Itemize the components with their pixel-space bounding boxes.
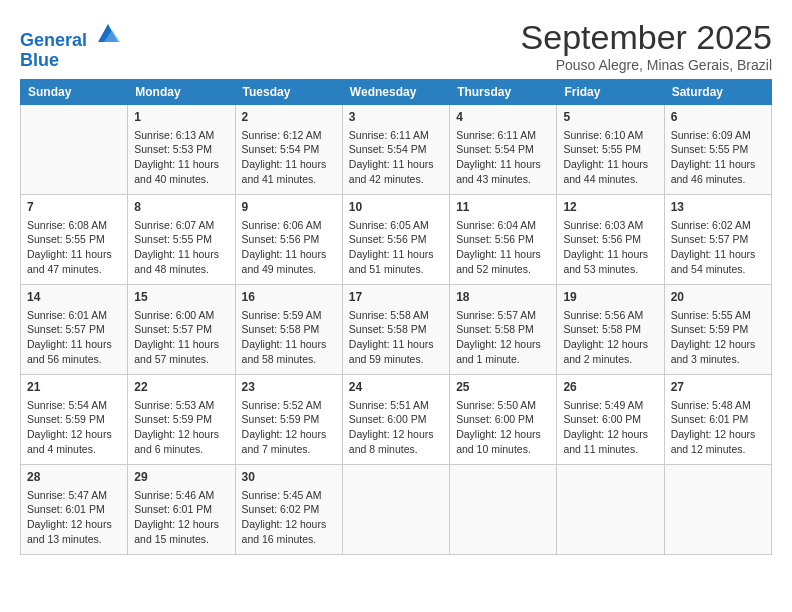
day-info-line: Daylight: 11 hours	[456, 157, 550, 172]
calendar-cell: 7Sunrise: 6:08 AMSunset: 5:55 PMDaylight…	[21, 195, 128, 285]
day-info-line: Sunrise: 6:05 AM	[349, 218, 443, 233]
day-info-line: and 49 minutes.	[242, 262, 336, 277]
day-info-line: and 6 minutes.	[134, 442, 228, 457]
day-info-line: Daylight: 12 hours	[27, 427, 121, 442]
day-info-line: Sunrise: 6:12 AM	[242, 128, 336, 143]
day-info-line: Sunrise: 6:07 AM	[134, 218, 228, 233]
calendar-cell: 28Sunrise: 5:47 AMSunset: 6:01 PMDayligh…	[21, 465, 128, 555]
day-info-line: and 57 minutes.	[134, 352, 228, 367]
day-info-line: and 46 minutes.	[671, 172, 765, 187]
day-info-line: Sunset: 5:54 PM	[349, 142, 443, 157]
day-info-line: Daylight: 12 hours	[671, 427, 765, 442]
day-info-line: and 2 minutes.	[563, 352, 657, 367]
day-info-line: and 54 minutes.	[671, 262, 765, 277]
day-info-line: and 51 minutes.	[349, 262, 443, 277]
calendar-cell	[557, 465, 664, 555]
calendar-cell: 29Sunrise: 5:46 AMSunset: 6:01 PMDayligh…	[128, 465, 235, 555]
day-info-line: Sunrise: 5:53 AM	[134, 398, 228, 413]
day-info-line: Sunset: 5:56 PM	[242, 232, 336, 247]
day-info-line: Sunrise: 6:00 AM	[134, 308, 228, 323]
day-info-line: Sunset: 5:59 PM	[134, 412, 228, 427]
day-number: 7	[27, 199, 121, 216]
day-number: 16	[242, 289, 336, 306]
day-info-line: Sunrise: 5:45 AM	[242, 488, 336, 503]
day-number: 24	[349, 379, 443, 396]
day-info-line: and 43 minutes.	[456, 172, 550, 187]
day-number: 2	[242, 109, 336, 126]
day-number: 23	[242, 379, 336, 396]
day-number: 1	[134, 109, 228, 126]
day-info-line: and 56 minutes.	[27, 352, 121, 367]
day-info-line: Daylight: 11 hours	[563, 247, 657, 262]
day-number: 26	[563, 379, 657, 396]
day-info-line: Daylight: 12 hours	[563, 337, 657, 352]
day-info-line: Sunset: 6:00 PM	[349, 412, 443, 427]
day-info-line: Daylight: 12 hours	[456, 427, 550, 442]
day-number: 9	[242, 199, 336, 216]
day-info-line: Daylight: 12 hours	[134, 517, 228, 532]
calendar-cell: 24Sunrise: 5:51 AMSunset: 6:00 PMDayligh…	[342, 375, 449, 465]
day-info-line: Sunset: 5:54 PM	[242, 142, 336, 157]
day-number: 18	[456, 289, 550, 306]
day-info-line: Sunset: 5:59 PM	[671, 322, 765, 337]
day-number: 21	[27, 379, 121, 396]
day-info-line: Sunset: 5:57 PM	[134, 322, 228, 337]
day-info-line: Sunrise: 6:06 AM	[242, 218, 336, 233]
calendar-table: SundayMondayTuesdayWednesdayThursdayFrid…	[20, 79, 772, 555]
day-info-line: Sunrise: 5:49 AM	[563, 398, 657, 413]
day-info-line: Sunset: 5:57 PM	[671, 232, 765, 247]
day-info-line: Daylight: 12 hours	[456, 337, 550, 352]
day-info-line: Sunrise: 5:54 AM	[27, 398, 121, 413]
day-info-line: Sunset: 5:58 PM	[563, 322, 657, 337]
day-number: 13	[671, 199, 765, 216]
day-number: 11	[456, 199, 550, 216]
day-info-line: and 11 minutes.	[563, 442, 657, 457]
calendar-cell: 18Sunrise: 5:57 AMSunset: 5:58 PMDayligh…	[450, 285, 557, 375]
calendar-cell: 25Sunrise: 5:50 AMSunset: 6:00 PMDayligh…	[450, 375, 557, 465]
week-row-1: 1Sunrise: 6:13 AMSunset: 5:53 PMDaylight…	[21, 105, 772, 195]
calendar-cell: 21Sunrise: 5:54 AMSunset: 5:59 PMDayligh…	[21, 375, 128, 465]
day-info-line: and 8 minutes.	[349, 442, 443, 457]
day-info-line: Sunrise: 5:55 AM	[671, 308, 765, 323]
calendar-cell: 11Sunrise: 6:04 AMSunset: 5:56 PMDayligh…	[450, 195, 557, 285]
day-info-line: Daylight: 12 hours	[134, 427, 228, 442]
calendar-cell: 17Sunrise: 5:58 AMSunset: 5:58 PMDayligh…	[342, 285, 449, 375]
day-info-line: and 16 minutes.	[242, 532, 336, 547]
weekday-header-sunday: Sunday	[21, 80, 128, 105]
day-info-line: Daylight: 11 hours	[349, 337, 443, 352]
day-info-line: Daylight: 11 hours	[671, 247, 765, 262]
day-info-line: Daylight: 12 hours	[349, 427, 443, 442]
day-number: 3	[349, 109, 443, 126]
day-info-line: Sunset: 5:59 PM	[27, 412, 121, 427]
calendar-cell: 23Sunrise: 5:52 AMSunset: 5:59 PMDayligh…	[235, 375, 342, 465]
calendar-cell	[21, 105, 128, 195]
day-info-line: Sunrise: 6:13 AM	[134, 128, 228, 143]
day-info-line: and 12 minutes.	[671, 442, 765, 457]
day-info-line: Sunrise: 6:10 AM	[563, 128, 657, 143]
day-number: 5	[563, 109, 657, 126]
day-info-line: Daylight: 11 hours	[242, 157, 336, 172]
day-info-line: Sunset: 5:56 PM	[456, 232, 550, 247]
calendar-cell: 14Sunrise: 6:01 AMSunset: 5:57 PMDayligh…	[21, 285, 128, 375]
day-info-line: Sunset: 5:55 PM	[671, 142, 765, 157]
week-row-5: 28Sunrise: 5:47 AMSunset: 6:01 PMDayligh…	[21, 465, 772, 555]
day-info-line: and 7 minutes.	[242, 442, 336, 457]
day-info-line: Sunrise: 5:50 AM	[456, 398, 550, 413]
calendar-cell: 5Sunrise: 6:10 AMSunset: 5:55 PMDaylight…	[557, 105, 664, 195]
weekday-header-wednesday: Wednesday	[342, 80, 449, 105]
day-info-line: Sunset: 5:55 PM	[134, 232, 228, 247]
week-row-4: 21Sunrise: 5:54 AMSunset: 5:59 PMDayligh…	[21, 375, 772, 465]
calendar-cell	[342, 465, 449, 555]
day-number: 14	[27, 289, 121, 306]
weekday-header-row: SundayMondayTuesdayWednesdayThursdayFrid…	[21, 80, 772, 105]
day-info-line: and 3 minutes.	[671, 352, 765, 367]
day-info-line: Daylight: 11 hours	[456, 247, 550, 262]
day-info-line: and 41 minutes.	[242, 172, 336, 187]
calendar-cell: 19Sunrise: 5:56 AMSunset: 5:58 PMDayligh…	[557, 285, 664, 375]
day-info-line: and 4 minutes.	[27, 442, 121, 457]
day-info-line: Daylight: 11 hours	[349, 247, 443, 262]
day-info-line: Daylight: 12 hours	[671, 337, 765, 352]
week-row-2: 7Sunrise: 6:08 AMSunset: 5:55 PMDaylight…	[21, 195, 772, 285]
week-row-3: 14Sunrise: 6:01 AMSunset: 5:57 PMDayligh…	[21, 285, 772, 375]
day-number: 15	[134, 289, 228, 306]
